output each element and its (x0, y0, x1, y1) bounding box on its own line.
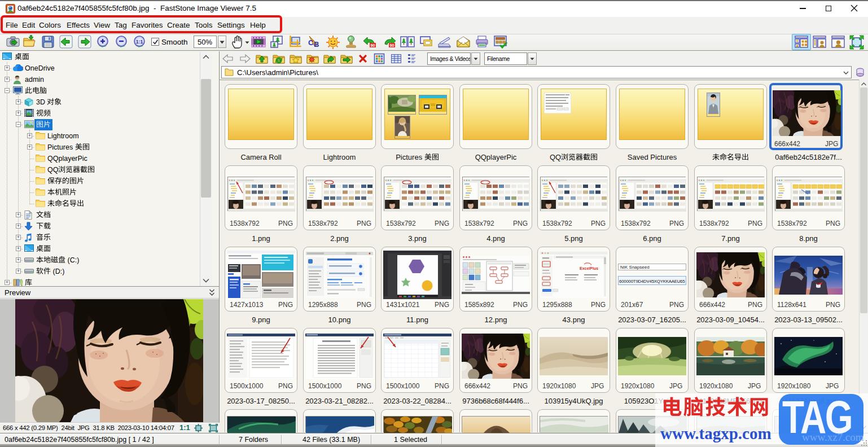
svg-text:B: B (314, 40, 319, 49)
svg-text:C: C (308, 38, 314, 47)
svg-text:1:1: 1:1 (136, 39, 143, 45)
svg-text:90: 90 (390, 43, 394, 47)
svg-text:90: 90 (371, 43, 375, 47)
svg-text:ExcelPlus: ExcelPlus (580, 266, 598, 270)
